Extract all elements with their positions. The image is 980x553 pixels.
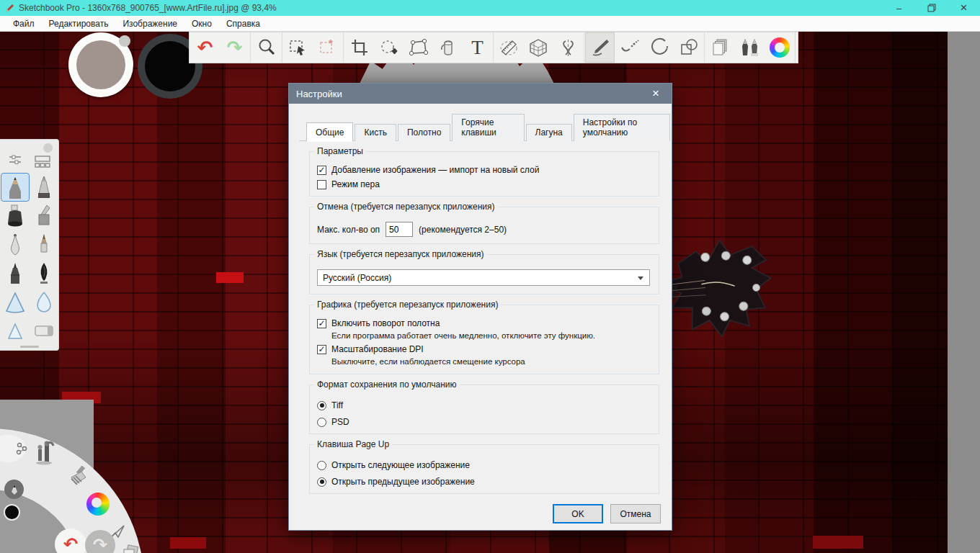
ellipse-tool-button[interactable]: [644, 32, 674, 63]
max-undo-input[interactable]: [386, 222, 413, 237]
group-save-format: Формат сохранения по умолчанию Tiff PSD: [309, 379, 659, 434]
brush-pencil[interactable]: [1, 173, 30, 202]
tab-hotkeys[interactable]: Горячие клавиши: [452, 114, 524, 141]
brush-library-open-button[interactable]: [34, 156, 51, 168]
brush-marker[interactable]: [1, 202, 30, 230]
move-selection-button[interactable]: [374, 32, 404, 63]
menu-file[interactable]: Файл: [6, 17, 42, 30]
brushes-icon: [739, 37, 761, 58]
dpi-scaling-hint: Выключите, если наблюдается смещение кур…: [331, 357, 651, 366]
brush-chisel[interactable]: [30, 202, 58, 230]
sliders-icon: [7, 156, 23, 168]
checkbox-dpi-scaling[interactable]: [317, 345, 326, 354]
canvas-gray-margin: [948, 32, 980, 553]
menu-edit[interactable]: Редактировать: [42, 17, 116, 30]
chevron-down-icon: [638, 276, 643, 280]
panel-resize-handle[interactable]: [20, 346, 39, 348]
tab-canvas[interactable]: Полотно: [398, 124, 450, 141]
brush-calligraphy[interactable]: [30, 259, 58, 288]
tab-defaults[interactable]: Настройки по умолчанию: [574, 114, 670, 141]
radio-open-next[interactable]: [317, 461, 326, 470]
transform-tool-button[interactable]: [404, 32, 433, 63]
brush-smudge[interactable]: [1, 288, 30, 317]
brush-airbrush[interactable]: [30, 173, 58, 202]
brush-settings-button[interactable]: [7, 156, 23, 168]
max-undo-hint: (рекомендуется 2–50): [419, 225, 507, 235]
crop-tool-button[interactable]: [344, 32, 374, 63]
canvas-rotation-hint: Если программа работает очень медленно, …: [331, 331, 651, 340]
lagoon-brush-button[interactable]: [66, 465, 89, 491]
photo-accent: [813, 536, 863, 549]
tab-lagoon[interactable]: Лагуна: [526, 124, 572, 141]
symmetry-tool-button[interactable]: [553, 32, 583, 63]
deselect-tool-button[interactable]: *: [313, 32, 342, 63]
text-tool-button[interactable]: T: [463, 32, 492, 63]
checkbox-canvas-rotation[interactable]: [317, 319, 326, 328]
dialog-close-button[interactable]: ×: [647, 86, 664, 101]
menu-window[interactable]: Окно: [184, 17, 219, 30]
brush-felt-pen[interactable]: [1, 259, 30, 288]
brush-eraser[interactable]: [30, 317, 58, 346]
group-parameters-legend: Параметры: [314, 146, 366, 156]
ok-button[interactable]: OK: [553, 504, 603, 523]
checkbox-add-image[interactable]: [317, 166, 326, 175]
brush-water-drop[interactable]: [30, 288, 58, 317]
group-save-format-legend: Формат сохранения по умолчанию: [314, 379, 459, 390]
radio-psd[interactable]: [317, 418, 326, 427]
group-undo: Отмена (требуется перезапуск приложения)…: [309, 202, 659, 244]
lagoon-layers-button[interactable]: [121, 544, 140, 553]
main-toolbar: ↶ ↷: [189, 32, 798, 63]
select-tool-button[interactable]: [283, 32, 313, 63]
group-language-legend: Язык (требуется перезапуск приложения): [314, 249, 486, 259]
app-pencil-icon: [4, 3, 14, 13]
tab-brush[interactable]: Кисть: [355, 124, 396, 141]
brush-small-triangle[interactable]: [1, 317, 30, 346]
panel-knob[interactable]: [43, 143, 53, 153]
brush-paintbrush[interactable]: [30, 230, 58, 259]
photo-accent: [216, 272, 244, 283]
mini-color-puck[interactable]: [4, 504, 20, 521]
window-title: Sketchbook Pro - 1360x768_900765_[www.Ar…: [19, 3, 277, 13]
restore-button[interactable]: [915, 0, 948, 16]
redo-button[interactable]: ↷: [220, 32, 249, 63]
undo-button[interactable]: ↶: [190, 32, 220, 63]
move-selection-icon: [380, 38, 398, 57]
color-wheel-button[interactable]: [765, 32, 794, 63]
palette-grid-icon: [34, 156, 51, 168]
checkbox-pen-mode[interactable]: [317, 180, 326, 189]
cancel-button[interactable]: Отмена: [610, 504, 661, 523]
group-pageup: Клавиша Page Up Открыть следующее изобра…: [309, 439, 659, 494]
close-button[interactable]: ×: [948, 0, 980, 16]
lagoon-color-button[interactable]: [86, 493, 110, 516]
brush-ballpoint[interactable]: [1, 230, 30, 259]
perspective-tool-button[interactable]: [524, 32, 553, 63]
layers-button[interactable]: [705, 32, 735, 63]
menu-image[interactable]: Изображение: [115, 17, 184, 30]
zoom-tool-button[interactable]: [251, 32, 281, 63]
language-dropdown[interactable]: Русский (Россия): [317, 269, 650, 286]
group-graphics: Графика (требуется перезапуск приложения…: [309, 300, 659, 374]
stroke-tool-button[interactable]: [615, 32, 644, 63]
ruler-tool-button[interactable]: [494, 32, 524, 63]
radio-tiff-label: Tiff: [331, 400, 343, 410]
shapes-tool-button[interactable]: [674, 32, 703, 63]
brush-puck[interactable]: [68, 32, 133, 97]
layers-icon: [710, 37, 731, 58]
radio-tiff[interactable]: [317, 401, 326, 410]
deselect-icon: *: [318, 38, 337, 57]
brush-library-button[interactable]: [735, 32, 765, 63]
group-graphics-legend: Графика (требуется перезапуск приложения…: [314, 300, 501, 310]
dialog-title-bar[interactable]: Настройки ×: [289, 84, 672, 104]
mini-brush-puck[interactable]: [4, 480, 24, 499]
menu-help[interactable]: Справка: [219, 17, 267, 30]
dialog-title: Настройки: [296, 89, 647, 99]
tab-general[interactable]: Общие: [306, 122, 353, 142]
select-icon: [289, 38, 308, 57]
language-dropdown-value: Русский (Россия): [323, 273, 391, 283]
radio-psd-label: PSD: [331, 417, 349, 427]
pen-tool-button[interactable]: [585, 32, 615, 63]
minimize-button[interactable]: –: [883, 0, 915, 16]
fill-tool-button[interactable]: [433, 32, 463, 63]
radio-open-prev[interactable]: [317, 477, 326, 487]
lagoon-tools-button[interactable]: [33, 441, 55, 469]
